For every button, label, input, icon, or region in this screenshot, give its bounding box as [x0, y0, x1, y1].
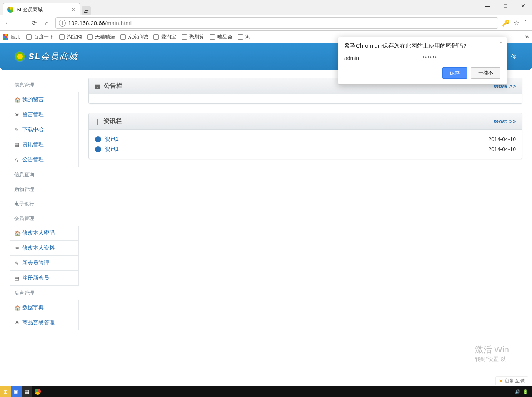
sidebar-item[interactable]: ✎下载中心	[10, 122, 79, 137]
page-icon	[210, 34, 215, 40]
logo-text: SL会员商城	[28, 51, 78, 62]
url-path: /main.html	[105, 20, 132, 26]
bookmark-item[interactable]: 淘宝网	[59, 33, 82, 40]
sidebar-item-label: 公告管理	[22, 156, 44, 163]
never-save-button[interactable]: 一律不	[471, 67, 500, 79]
sidebar-item[interactable]: A公告管理	[10, 152, 79, 167]
bookmark-star-icon[interactable]: ☆	[514, 19, 519, 27]
bookmark-label: 淘	[245, 33, 250, 40]
news-row: i资讯12014-04-10	[95, 144, 516, 154]
password-key-icon[interactable]: 🔑	[502, 19, 510, 27]
new-tab-button[interactable]: ▱	[82, 6, 91, 15]
sidebar-item-label: 资讯管理	[22, 141, 44, 148]
news-panel: ❘ 资讯栏 more >> i资讯22014-04-10i资讯12014-04-…	[88, 113, 522, 159]
panel-body: i资讯22014-04-10i资讯12014-04-10	[89, 130, 522, 159]
page-icon	[120, 34, 126, 40]
sidebar-item-icon: 👁	[15, 320, 20, 326]
site-logo[interactable]: SL会员商城	[15, 51, 78, 62]
window-close-button[interactable]: ✕	[514, 0, 532, 12]
page-content: SL会员商城 你 信息管理🏠我的留言👁留言管理✎下载中心▤资讯管理A公告管理信息…	[0, 43, 532, 397]
news-link[interactable]: 资讯2	[105, 136, 119, 143]
home-button[interactable]: ⌂	[42, 20, 52, 27]
page-icon	[182, 34, 187, 40]
sidebar-item-icon: 🏠	[15, 97, 20, 103]
bookmark-item[interactable]: 淘	[238, 33, 250, 40]
bookmarks-overflow-icon[interactable]: »	[525, 33, 529, 41]
brand-badge: ✕ 创新互联	[495, 376, 528, 385]
bookmark-label: 爱淘宝	[161, 33, 176, 40]
popup-title: 希望Chromium保存您在此网站上使用的密码吗?	[344, 42, 500, 50]
sidebar-item-label: 下载中心	[22, 126, 44, 133]
sidebar-item[interactable]: 🏠修改本人密码	[10, 226, 79, 241]
sidebar-group-title: 信息管理	[10, 78, 79, 92]
sidebar-item[interactable]: 👁商品套餐管理	[10, 315, 79, 330]
sidebar-item[interactable]: 👁留言管理	[10, 107, 79, 122]
page-icon	[87, 34, 93, 40]
taskbar: ⊞ ▣ ▤ 🔊 🔋	[0, 386, 532, 397]
popup-close-icon[interactable]: ×	[499, 39, 503, 46]
sidebar: 信息管理🏠我的留言👁留言管理✎下载中心▤资讯管理A公告管理信息查询购物管理电子银…	[10, 78, 79, 330]
apps-button[interactable]: 应用	[3, 33, 21, 40]
sidebar-item[interactable]: 👁修改本人资料	[10, 241, 79, 256]
window-minimize-button[interactable]: —	[479, 0, 497, 12]
browser-toolbar: ← → ⟳ ⌂ i 192.168.20.66/main.html 🔑 ☆ ⋮	[0, 15, 532, 31]
tray-icon[interactable]: 🔋	[523, 389, 528, 394]
sidebar-item-icon: ▤	[15, 275, 20, 281]
bookmark-item[interactable]: 聚划算	[182, 33, 204, 40]
window-maximize-button[interactable]: □	[497, 0, 514, 12]
info-icon: i	[95, 136, 101, 142]
panel-body	[89, 94, 522, 103]
sidebar-item-icon: ▤	[15, 142, 20, 148]
bookmark-label: 淘宝网	[67, 33, 82, 40]
tray-icon[interactable]: 🔊	[515, 389, 520, 394]
more-link[interactable]: more >>	[494, 118, 516, 125]
main-area: ▦ 公告栏 more >> ❘ 资讯栏 more >> i资讯22014-04-…	[88, 78, 522, 330]
taskbar-chrome-icon[interactable]	[32, 386, 43, 397]
sidebar-item-icon: 🏠	[15, 305, 20, 311]
sidebar-item-icon: 👁	[15, 112, 20, 118]
sidebar-group-title: 电子银行	[10, 197, 79, 211]
bookmark-label: 天猫精选	[95, 33, 115, 40]
popup-username: admin	[344, 55, 422, 61]
bookmark-item[interactable]: 爱淘宝	[153, 33, 176, 40]
bookmark-item[interactable]: 唯品会	[210, 33, 232, 40]
address-bar[interactable]: i 192.168.20.66/main.html	[55, 17, 498, 29]
sidebar-item[interactable]: ▤注册新会员	[10, 271, 79, 286]
sidebar-group-title: 信息查询	[10, 167, 79, 182]
save-password-button[interactable]: 保存	[442, 67, 467, 79]
site-info-icon[interactable]: i	[59, 20, 66, 27]
taskbar-app-icon[interactable]: ⊞	[0, 386, 11, 397]
sidebar-item[interactable]: ▤资讯管理	[10, 137, 79, 152]
sidebar-item-label: 留言管理	[22, 111, 44, 118]
sidebar-item[interactable]: ✎新会员管理	[10, 256, 79, 271]
bookmark-item[interactable]: 天猫精选	[87, 33, 115, 40]
news-date: 2014-04-10	[488, 136, 516, 142]
brand-icon: ✕	[499, 378, 503, 384]
sidebar-group-title: 购物管理	[10, 182, 79, 197]
taskbar-app-icon[interactable]: ▤	[22, 386, 32, 397]
sidebar-item-label: 商品套餐管理	[22, 319, 55, 326]
file-icon: ❘	[95, 118, 100, 125]
bookmark-item[interactable]: 京东商城	[120, 33, 148, 40]
url-host: 192.168.20.66	[68, 20, 105, 26]
bookmark-label: 唯品会	[217, 33, 232, 40]
sidebar-item-label: 新会员管理	[22, 260, 49, 267]
banner-greeting: 你	[511, 53, 517, 60]
news-link[interactable]: 资讯1	[105, 146, 119, 153]
browser-tab[interactable]: SL会员商城 ×	[3, 3, 80, 15]
back-button[interactable]: ←	[3, 20, 12, 27]
bookmark-item[interactable]: 百度一下	[26, 33, 54, 40]
sidebar-item-icon: ✎	[15, 127, 20, 133]
tab-strip: SL会员商城 × ▱	[0, 0, 532, 15]
tab-close-icon[interactable]: ×	[71, 7, 76, 13]
taskbar-app-icon[interactable]: ▣	[11, 386, 22, 397]
sidebar-item[interactable]: 🏠数据字典	[10, 300, 79, 315]
reload-button[interactable]: ⟳	[29, 19, 38, 27]
sidebar-item[interactable]: 🏠我的留言	[10, 92, 79, 107]
panel-title: 公告栏	[104, 82, 122, 90]
sidebar-item-icon: 🏠	[15, 230, 20, 236]
info-icon: i	[95, 146, 101, 152]
windows-activation-watermark: 激活 Win 转到"设置"以	[475, 344, 509, 362]
panel-title: 资讯栏	[103, 117, 122, 125]
browser-menu-icon[interactable]: ⋮	[523, 19, 529, 27]
